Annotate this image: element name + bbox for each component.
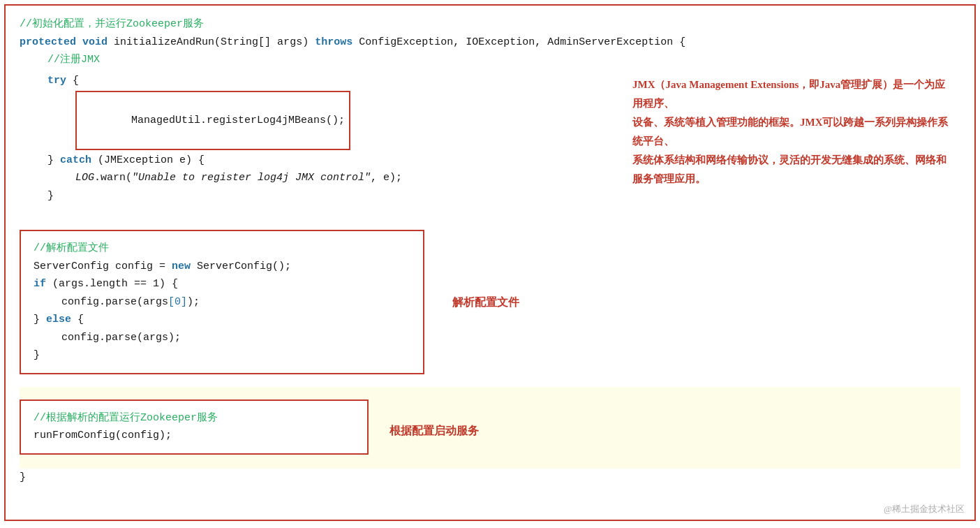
footer-brace: } bbox=[20, 469, 26, 487]
try-close-brace: } bbox=[47, 187, 960, 205]
catch-rest: (JMException e) { bbox=[91, 152, 205, 170]
run-from-config: runFromConfig(config); bbox=[34, 427, 355, 445]
open-brace: { bbox=[673, 34, 685, 52]
main-container: //初始化配置，并运行Zookeeper服务 protected void in… bbox=[4, 4, 976, 521]
keyword-catch: catch bbox=[60, 152, 91, 170]
server-config-ctor: ServerConfig(); bbox=[191, 258, 291, 276]
keyword-else: else bbox=[46, 311, 71, 329]
log-italic: LOG bbox=[75, 169, 94, 187]
config-parse-args0: config.parse(args [0] ); bbox=[61, 293, 410, 311]
keyword-void: void bbox=[82, 34, 107, 52]
comment-parse: //解析配置文件 bbox=[34, 240, 109, 258]
keyword-throws: throws bbox=[315, 34, 352, 52]
run-code: //根据解析的配置运行Zookeeper服务 runFromConfig(con… bbox=[34, 409, 355, 445]
parse-section-box: //解析配置文件 ServerConfig config = new Serve… bbox=[20, 230, 424, 374]
comment-init: //初始化配置，并运行Zookeeper服务 bbox=[20, 15, 204, 34]
config-args-text: config.parse(args); bbox=[61, 329, 181, 347]
watermark: @稀土掘金技术社区 bbox=[884, 503, 965, 515]
bracket-0: [0] bbox=[168, 293, 187, 311]
keyword-if: if bbox=[34, 275, 46, 293]
jmx-line3: 系统体系结构和网络传输协议，灵活的开发无缝集成的系统、网络和服务管理应用。 bbox=[632, 154, 946, 184]
if-line: if (args.length == 1) { bbox=[34, 275, 410, 293]
run-from-config-text: runFromConfig(config); bbox=[34, 427, 172, 445]
close-brace-text: } bbox=[47, 187, 54, 205]
method-name: initializeAndRun bbox=[114, 34, 214, 52]
config-args0-end: ); bbox=[187, 293, 200, 311]
run-comment: //根据解析的配置运行Zookeeper服务 bbox=[34, 409, 355, 427]
server-config-line: ServerConfig config = new ServerConfig()… bbox=[34, 258, 410, 276]
comment-run: //根据解析的配置运行Zookeeper服务 bbox=[34, 409, 218, 427]
paren-open: ( bbox=[214, 34, 221, 52]
space2 bbox=[107, 34, 114, 52]
run-section-wrapper: //根据解析的配置运行Zookeeper服务 runFromConfig(con… bbox=[20, 394, 960, 455]
jmx-annotation: JMX（Java Management Extensions，即Java管理扩展… bbox=[632, 75, 953, 189]
keyword-protected: protected bbox=[20, 34, 76, 52]
config-parse-args: config.parse(args); bbox=[61, 329, 410, 347]
jmx-line2: 设备、系统等植入管理功能的框架。JMX可以跨越一系列异构操作系统平台、 bbox=[632, 117, 949, 147]
keyword-try: try bbox=[47, 72, 66, 90]
jmx-comment-line: //注册JMX bbox=[20, 51, 960, 69]
jmx-line1: JMX（Java Management Extensions，即Java管理扩展… bbox=[632, 79, 945, 109]
else-open: } bbox=[34, 311, 46, 329]
parse-code: //解析配置文件 ServerConfig config = new Serve… bbox=[34, 240, 410, 365]
else-brace: { bbox=[71, 311, 84, 329]
exceptions: ConfigException, IOException, AdminServe… bbox=[359, 34, 673, 52]
parse-section-wrapper: //解析配置文件 ServerConfig config = new Serve… bbox=[20, 217, 960, 374]
server-config-text: ServerConfig config = bbox=[34, 258, 172, 276]
space1 bbox=[76, 34, 82, 52]
keyword-new: new bbox=[172, 258, 191, 276]
else-line: } else { bbox=[34, 311, 410, 329]
else-close: } bbox=[34, 346, 410, 365]
run-section-box: //根据解析的配置运行Zookeeper服务 runFromConfig(con… bbox=[20, 399, 369, 455]
footer-brace-wrapper: } bbox=[20, 469, 960, 487]
log-rest: .warn( bbox=[94, 169, 132, 187]
method-signature: protected void initializeAndRun ( String… bbox=[20, 34, 960, 52]
managed-util-text: ManagedUtil.registerLog4jMBeans(); bbox=[131, 115, 345, 126]
parse-label: 解析配置文件 bbox=[452, 295, 519, 310]
managed-util-box: ManagedUtil.registerLog4jMBeans(); bbox=[75, 91, 350, 150]
param: String[] args bbox=[221, 34, 302, 52]
comment-jmx: //注册JMX bbox=[47, 51, 100, 69]
catch-text: } bbox=[47, 152, 60, 170]
bottom-section: //根据解析的配置运行Zookeeper服务 runFromConfig(con… bbox=[20, 387, 960, 469]
log-string: "Unable to register log4j JMX control" bbox=[132, 169, 371, 187]
if-rest: (args.length == 1) { bbox=[46, 275, 178, 293]
try-brace: { bbox=[66, 72, 79, 90]
run-label: 根据配置启动服务 bbox=[389, 424, 479, 439]
config-args0-text: config.parse(args bbox=[61, 293, 168, 311]
header-comment: //初始化配置，并运行Zookeeper服务 bbox=[20, 15, 960, 34]
space3 bbox=[352, 34, 359, 52]
else-close-brace: } bbox=[34, 346, 40, 365]
paren-close: ) bbox=[302, 34, 315, 52]
parse-comment: //解析配置文件 bbox=[34, 240, 410, 258]
log-end: , e); bbox=[371, 169, 402, 187]
footer-brace-line: } bbox=[20, 469, 960, 487]
